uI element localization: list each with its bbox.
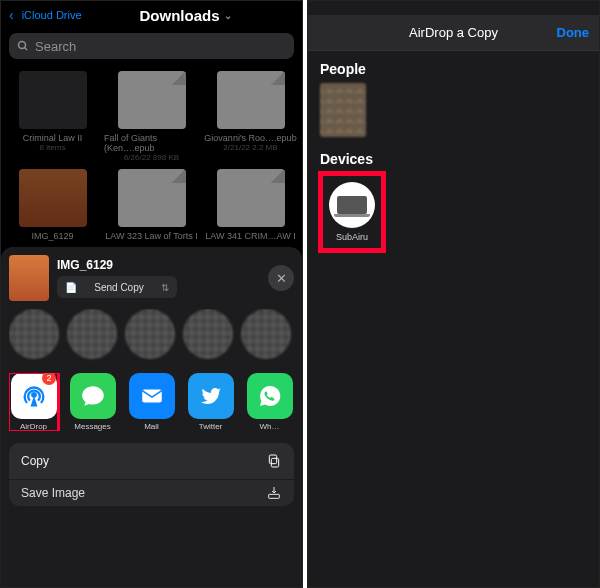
twitter-icon	[188, 373, 234, 419]
device-avatar	[329, 182, 375, 228]
send-copy-selector[interactable]: 📄 Send Copy ⇅	[57, 276, 177, 298]
airdrop-body: People Devices SubAiru	[308, 51, 599, 261]
contact-avatar[interactable]	[67, 309, 117, 359]
laptop-icon	[337, 196, 367, 214]
svg-line-1	[25, 48, 28, 51]
close-button[interactable]: ✕	[268, 265, 294, 291]
share-app-messages[interactable]: Messages	[68, 373, 117, 431]
nav-back-label[interactable]: iCloud Drive	[22, 9, 82, 21]
airdrop-nav-bar: AirDrop a Copy Done	[308, 15, 599, 51]
search-input[interactable]: Search	[9, 33, 294, 59]
file-name: Criminal Law II	[23, 133, 83, 143]
file-tile[interactable]: Giovanni's Roo….epub 2/21/22 2.2 MB	[203, 71, 298, 163]
action-save-image[interactable]: Save Image	[9, 480, 294, 506]
share-app-airdrop[interactable]: 2 AirDrop	[9, 373, 58, 431]
search-icon	[17, 40, 29, 52]
svg-rect-5	[269, 455, 276, 464]
devices-section-label: Devices	[320, 151, 587, 167]
share-actions-list: Copy Save Image	[9, 443, 294, 506]
file-name: IMG_6129	[31, 231, 73, 241]
app-label: Messages	[74, 422, 110, 431]
device-name: SubAiru	[336, 232, 368, 242]
file-name: LAW 323 Law of Torts I	[105, 231, 198, 241]
airdrop-person[interactable]	[320, 83, 366, 137]
contact-avatar[interactable]	[241, 309, 291, 359]
nav-bar: ‹ iCloud Drive Downloads ⌄	[1, 1, 302, 29]
copy-icon	[266, 453, 282, 469]
share-people-row[interactable]	[9, 309, 294, 365]
airdrop-title: AirDrop a Copy	[409, 25, 498, 40]
file-meta: 2/21/22 2.2 MB	[223, 143, 277, 153]
svg-rect-4	[271, 458, 278, 467]
contact-avatar[interactable]	[125, 309, 175, 359]
done-button[interactable]: Done	[557, 25, 590, 40]
document-icon	[217, 169, 285, 227]
document-icon: 📄	[65, 282, 77, 293]
share-sheet-header: IMG_6129 📄 Send Copy ⇅ ✕	[9, 255, 294, 301]
file-tile[interactable]: Criminal Law II 8 items	[5, 71, 100, 163]
mail-icon	[129, 373, 175, 419]
files-grid: Criminal Law II 8 items Fall of Giants (…	[1, 63, 302, 249]
svg-rect-6	[269, 494, 280, 498]
document-icon	[118, 169, 186, 227]
whatsapp-icon	[247, 373, 293, 419]
contact-avatar[interactable]	[183, 309, 233, 359]
chevron-left-icon[interactable]: ‹	[9, 7, 14, 23]
airdrop-pane: AirDrop a Copy Done People Devices SubAi…	[307, 0, 600, 588]
share-app-whatsapp[interactable]: Wh…	[245, 373, 294, 431]
app-label: Wh…	[260, 422, 280, 431]
folder-title: Downloads	[140, 7, 220, 24]
chevron-down-icon: ⌄	[224, 10, 232, 21]
share-sheet: IMG_6129 📄 Send Copy ⇅ ✕	[1, 247, 302, 587]
share-item-thumbnail	[9, 255, 49, 301]
download-icon	[266, 485, 282, 501]
action-label: Save Image	[21, 486, 85, 500]
files-app-pane: ‹ iCloud Drive Downloads ⌄ Search Crimin…	[0, 0, 303, 588]
file-name: Giovanni's Roo….epub	[204, 133, 296, 143]
file-tile[interactable]: IMG_6129	[5, 169, 100, 241]
share-item-name: IMG_6129	[57, 258, 260, 272]
app-label: Twitter	[199, 422, 223, 431]
airdrop-device[interactable]: SubAiru	[320, 173, 384, 251]
updown-icon: ⇅	[161, 282, 169, 293]
photo-thumbnail	[19, 169, 87, 227]
file-name: LAW 341 CRIM…AW I	[205, 231, 295, 241]
contact-avatar[interactable]	[9, 309, 59, 359]
document-icon	[217, 71, 285, 129]
action-label: Copy	[21, 454, 49, 468]
svg-rect-3	[142, 390, 162, 403]
close-icon: ✕	[276, 271, 287, 286]
file-name: Fall of Giants (Ken….epub	[104, 133, 199, 153]
search-placeholder: Search	[35, 39, 76, 54]
messages-icon	[70, 373, 116, 419]
file-meta: 6/26/22 898 KB	[124, 153, 179, 163]
svg-point-0	[19, 42, 26, 49]
share-app-mail[interactable]: Mail	[127, 373, 176, 431]
people-section-label: People	[320, 61, 587, 77]
share-app-twitter[interactable]: Twitter	[186, 373, 235, 431]
file-meta: 8 items	[40, 143, 66, 153]
send-mode-label: Send Copy	[94, 282, 143, 293]
nav-title[interactable]: Downloads ⌄	[140, 7, 232, 24]
action-copy[interactable]: Copy	[9, 443, 294, 479]
app-label: Mail	[144, 422, 159, 431]
folder-icon	[19, 71, 87, 129]
app-label: AirDrop	[20, 422, 47, 431]
file-tile[interactable]: LAW 323 Law of Torts I	[104, 169, 199, 241]
file-tile[interactable]: LAW 341 CRIM…AW I	[203, 169, 298, 241]
document-icon	[118, 71, 186, 129]
file-tile[interactable]: Fall of Giants (Ken….epub 6/26/22 898 KB	[104, 71, 199, 163]
share-apps-row: 2 AirDrop Messages Mail Twitter	[9, 373, 294, 431]
